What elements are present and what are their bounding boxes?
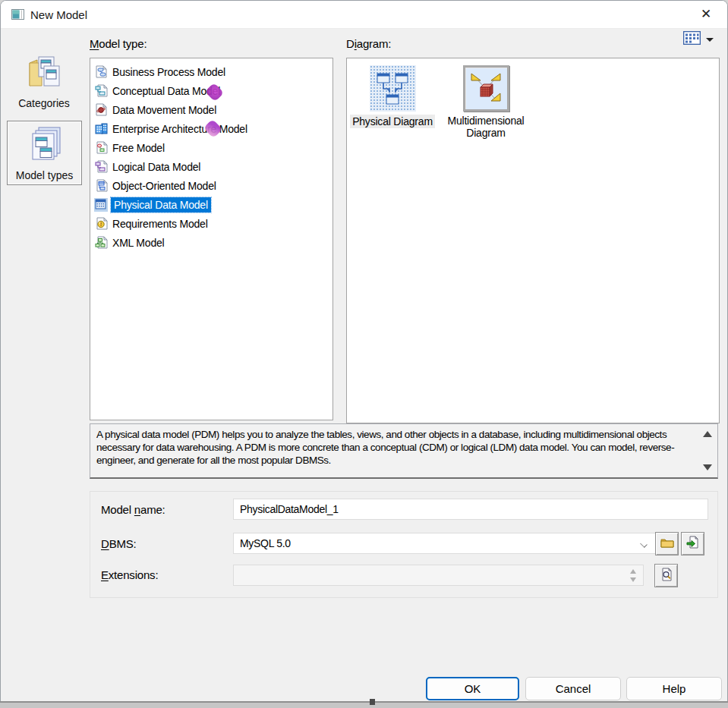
list-item-logical-data[interactable]: Logical Data Model bbox=[90, 157, 332, 176]
dbms-import-button[interactable] bbox=[681, 532, 704, 555]
list-view-icon bbox=[683, 31, 701, 48]
spinner-up-icon bbox=[630, 569, 636, 574]
dbms-combobox[interactable]: MySQL 5.0 bbox=[233, 533, 656, 554]
multidimensional-diagram-icon bbox=[463, 65, 509, 112]
titlebar: New Model ✕ bbox=[1, 1, 727, 29]
description-panel: A physical data model (PDM) helps you to… bbox=[90, 423, 718, 479]
list-item-business-process[interactable]: Business Process Model bbox=[90, 62, 332, 81]
extensions-field[interactable] bbox=[233, 565, 644, 586]
extensions-label: Extensions: bbox=[101, 568, 158, 581]
diagram-list: Physical Diagram bbox=[346, 58, 720, 423]
xml-model-icon bbox=[94, 236, 108, 250]
enterprise-architecture-icon bbox=[94, 122, 108, 136]
diagram-label: Diagram: bbox=[346, 37, 391, 50]
model-form: Model name: DBMS: MySQL 5.0 bbox=[90, 491, 718, 598]
physical-diagram-icon bbox=[370, 65, 416, 112]
object-oriented-icon bbox=[94, 179, 108, 193]
sidebar-item-categories[interactable]: Categories bbox=[7, 52, 81, 115]
conceptual-data-icon bbox=[94, 84, 108, 98]
model-types-stack-icon bbox=[25, 124, 65, 167]
list-item-free-model[interactable]: Free Model bbox=[90, 138, 332, 157]
model-type-label: Model type: bbox=[90, 37, 147, 50]
document-magnifier-icon bbox=[660, 568, 673, 584]
screen-edge-tick bbox=[370, 699, 375, 703]
list-item-object-oriented[interactable]: Object-Oriented Model bbox=[90, 176, 332, 195]
cancel-button[interactable]: Cancel bbox=[525, 677, 621, 700]
dbms-browse-button[interactable] bbox=[655, 532, 679, 555]
close-button[interactable]: ✕ bbox=[689, 1, 723, 27]
extensions-preview-button[interactable] bbox=[654, 564, 678, 587]
physical-data-icon bbox=[94, 198, 108, 212]
model-name-input[interactable] bbox=[233, 499, 708, 520]
logical-data-icon bbox=[94, 160, 108, 174]
diagram-item-multidimensional[interactable]: Multidimensional Diagram bbox=[442, 65, 530, 139]
svg-text:!: ! bbox=[99, 221, 102, 228]
chevron-down-icon bbox=[641, 541, 648, 548]
diagram-item-label: Multidimensional Diagram bbox=[444, 115, 528, 139]
sidebar-item-model-types[interactable]: Model types bbox=[7, 121, 82, 185]
help-button[interactable]: Help bbox=[626, 677, 722, 700]
spinner-down-icon bbox=[630, 577, 636, 582]
list-item-xml-model[interactable]: XML Model bbox=[90, 233, 332, 252]
extensions-spinner[interactable] bbox=[630, 569, 636, 582]
model-name-label: Model name: bbox=[101, 503, 165, 516]
new-model-dialog: New Model ✕ Categories bbox=[0, 0, 728, 703]
folder-icon bbox=[660, 537, 674, 551]
ok-button[interactable]: OK bbox=[426, 677, 519, 700]
free-model-icon bbox=[94, 141, 108, 155]
categories-folder-icon bbox=[25, 52, 63, 95]
screen-edge bbox=[0, 701, 728, 703]
description-text: A physical data model (PDM) helps you to… bbox=[96, 428, 698, 467]
diagram-item-label: Physical Diagram bbox=[350, 115, 435, 128]
view-mode-button[interactable] bbox=[683, 31, 718, 48]
dbms-value: MySQL 5.0 bbox=[240, 537, 291, 549]
list-item-physical-data[interactable]: Physical Data Model bbox=[90, 195, 332, 214]
business-process-icon bbox=[94, 65, 108, 79]
requirements-icon: ! bbox=[94, 217, 108, 231]
scroll-down-icon[interactable] bbox=[703, 464, 712, 470]
chevron-down-icon bbox=[706, 38, 714, 42]
sidebar-item-label: Categories bbox=[18, 97, 70, 109]
window-title: New Model bbox=[30, 8, 87, 21]
sidebar-item-label: Model types bbox=[16, 169, 73, 181]
app-model-icon bbox=[11, 9, 24, 20]
data-movement-icon bbox=[94, 103, 108, 117]
document-import-icon bbox=[686, 536, 700, 552]
diagram-item-physical[interactable]: Physical Diagram bbox=[348, 65, 436, 128]
scroll-up-icon[interactable] bbox=[703, 431, 712, 437]
list-item-data-movement[interactable]: Data Movement Model bbox=[90, 100, 332, 119]
dbms-label: DBMS: bbox=[101, 537, 137, 550]
list-item-requirements[interactable]: ! Requirements Model bbox=[90, 214, 332, 233]
model-type-list: Business Process Model Conceptual Data M… bbox=[90, 58, 333, 420]
